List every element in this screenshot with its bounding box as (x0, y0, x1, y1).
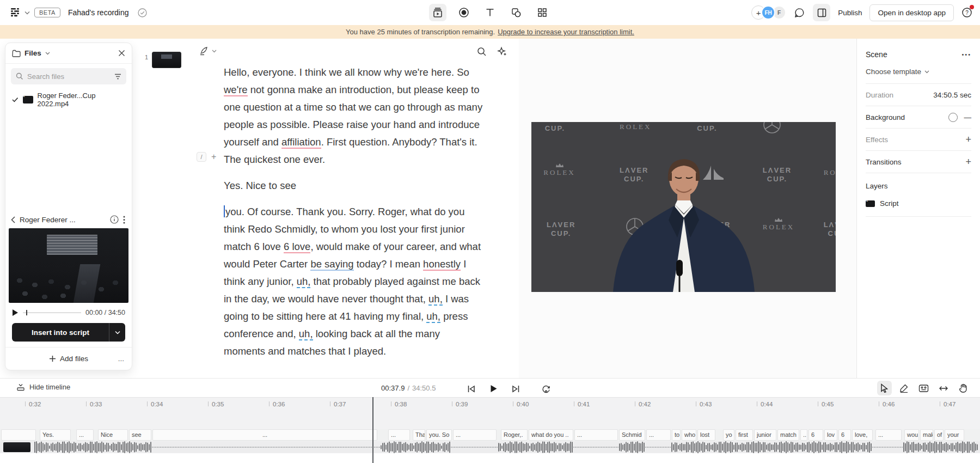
background-remove-button[interactable]: — (964, 113, 972, 121)
choose-template-dropdown[interactable]: Choose template (866, 68, 971, 83)
timeline-word-cell[interactable]: see (129, 429, 151, 441)
timeline-word-cell[interactable]: you. So (426, 429, 452, 441)
underlined-word[interactable]: uh, (426, 310, 440, 323)
underlined-word[interactable]: uh, (299, 328, 313, 340)
preview-scrubber[interactable] (23, 312, 81, 313)
comments-icon[interactable] (794, 7, 805, 19)
file-video-preview[interactable] (9, 228, 128, 303)
timeline-word-cell[interactable]: mak (920, 429, 933, 441)
skip-to-start-button[interactable] (464, 381, 479, 396)
filter-icon[interactable] (114, 74, 121, 80)
timeline-word-cell[interactable] (1, 429, 36, 441)
timeline-word-cell[interactable]: Roger,. (501, 429, 528, 441)
timeline-word-cell[interactable]: match (777, 429, 799, 441)
timeline-word-cell[interactable]: of (934, 429, 944, 441)
timeline-word-cell[interactable]: ... (646, 429, 671, 441)
upgrade-link[interactable]: Upgrade to increase your transcription l… (498, 28, 634, 36)
text-tool-button[interactable] (481, 4, 499, 21)
script-transcript[interactable]: Hello, everyone. I think we all know why… (224, 64, 484, 373)
underlined-word[interactable]: honestly (423, 258, 461, 271)
speaker-label-control[interactable] (199, 46, 217, 56)
edit-pen-tool-button[interactable] (897, 381, 911, 395)
timeline-word-cell[interactable]: .. (800, 429, 807, 441)
avatar[interactable]: FH (761, 5, 775, 20)
underlined-word[interactable]: be saying (310, 258, 353, 271)
timeline-word-cell[interactable]: 6 (808, 429, 823, 441)
timeline-word-cell[interactable]: 6 (838, 429, 851, 441)
underlined-word[interactable]: uh, (297, 276, 311, 288)
files-more-menu[interactable]: ... (118, 355, 124, 363)
scrubber-handle[interactable] (26, 310, 27, 315)
underlined-word[interactable]: 6 love (284, 241, 310, 253)
timeline-word-cell[interactable]: Schmid (619, 429, 645, 441)
timeline-word-cell[interactable]: who (682, 429, 696, 441)
slash-command-button[interactable]: / (197, 152, 206, 162)
scene-media-tool-button[interactable] (429, 4, 446, 21)
timeline-word-track[interactable]: Yes....Nicesee......Thayou. So...Roger,.… (0, 429, 980, 441)
timeline-word-cell[interactable]: lov (824, 429, 837, 441)
layout-grid-button[interactable] (534, 4, 551, 21)
close-files-panel-icon[interactable] (118, 50, 125, 57)
underlined-word[interactable]: uh, (428, 293, 443, 306)
files-chevron-down-icon[interactable] (45, 52, 50, 55)
add-transition-button[interactable]: + (965, 156, 971, 168)
timeline-word-cell[interactable]: ... (388, 429, 410, 441)
hand-pan-tool-button[interactable] (955, 381, 970, 395)
timeline-word-cell[interactable]: yo (723, 429, 734, 441)
timeline-word-cell[interactable]: your (945, 429, 964, 441)
shapes-tool-button[interactable] (507, 4, 525, 21)
timeline-word-cell[interactable]: what do you .. (529, 429, 573, 441)
underlined-word[interactable]: uh, (242, 371, 256, 373)
timeline-word-cell[interactable]: ... (875, 429, 902, 441)
timeline-word-cell[interactable]: ... (453, 429, 497, 441)
insert-options-dropdown[interactable] (109, 323, 125, 342)
timeline-audio-track[interactable] (0, 441, 980, 453)
horizontal-zoom-tool-button[interactable] (936, 381, 951, 395)
panel-toggle-icon[interactable] (813, 4, 830, 21)
file-item[interactable]: Roger Feder...Cup 2022.mp4 (5, 87, 132, 113)
scene-menu-icon[interactable]: ••• (961, 51, 971, 58)
publish-button[interactable]: Publish (838, 9, 862, 17)
script-paragraph[interactable]: you. Of course. Thank you. Sorry. Roger,… (224, 203, 484, 360)
search-input[interactable] (27, 72, 98, 81)
script-search-icon[interactable] (477, 47, 487, 57)
timeline-word-cell[interactable]: first (736, 429, 753, 441)
script-paragraph[interactable]: Yes. Nice to see (224, 177, 484, 194)
add-effect-button[interactable]: + (965, 134, 971, 145)
clip-properties-tool-button[interactable] (916, 381, 931, 395)
app-logo-icon[interactable] (10, 8, 20, 17)
timeline-word-cell[interactable]: junior (754, 429, 776, 441)
video-preview-canvas[interactable]: LΛVERCUP.ROLEXLΛVERCUP.ROLEXLΛVERCUP.LΛV… (531, 122, 836, 292)
timeline-word-cell[interactable]: lost (697, 429, 715, 441)
playhead[interactable] (372, 397, 373, 463)
timeline-ruler[interactable]: 0:320:330:340:350:360:370:380:390:400:41… (0, 397, 980, 429)
add-files-button[interactable]: Add files ... (5, 347, 132, 370)
timeline-word-cell[interactable]: ... (76, 429, 94, 441)
document-title[interactable]: Fahad's recording (68, 8, 129, 17)
insert-into-script-button[interactable]: Insert into script (12, 323, 109, 342)
timeline-word-cell[interactable]: Yes. (40, 429, 71, 441)
timeline-word-cell[interactable]: ... (152, 429, 377, 441)
loop-button[interactable] (538, 381, 553, 396)
timeline-word-cell[interactable]: to (672, 429, 681, 441)
ai-actions-icon[interactable] (497, 46, 507, 57)
underlined-word[interactable]: uh, (412, 371, 426, 373)
underlined-word[interactable]: affiliation (281, 136, 321, 149)
hide-timeline-button[interactable]: Hide timeline (16, 383, 70, 391)
timeline-word-cell[interactable]: Tha (413, 429, 425, 441)
video-track-thumbnail[interactable] (3, 442, 30, 452)
play-button[interactable] (486, 381, 501, 396)
script-paragraph[interactable]: Hello, everyone. I think we all know why… (224, 64, 484, 168)
background-color-swatch[interactable] (948, 113, 958, 122)
record-button[interactable] (455, 4, 473, 21)
scene-thumbnail[interactable] (152, 52, 181, 68)
skip-to-end-button[interactable] (509, 381, 523, 396)
files-search[interactable] (11, 68, 126, 84)
kebab-menu-icon[interactable] (123, 216, 125, 224)
info-icon[interactable] (110, 215, 119, 224)
script-paragraph[interactable]: So, uh, it's not just for one person. I … (224, 369, 484, 373)
timeline-word-cell[interactable]: love, (852, 429, 873, 441)
underlined-word[interactable]: we're (224, 84, 248, 96)
timeline-word-cell[interactable]: ... (574, 429, 618, 441)
logo-chevron-down-icon[interactable] (24, 11, 30, 15)
